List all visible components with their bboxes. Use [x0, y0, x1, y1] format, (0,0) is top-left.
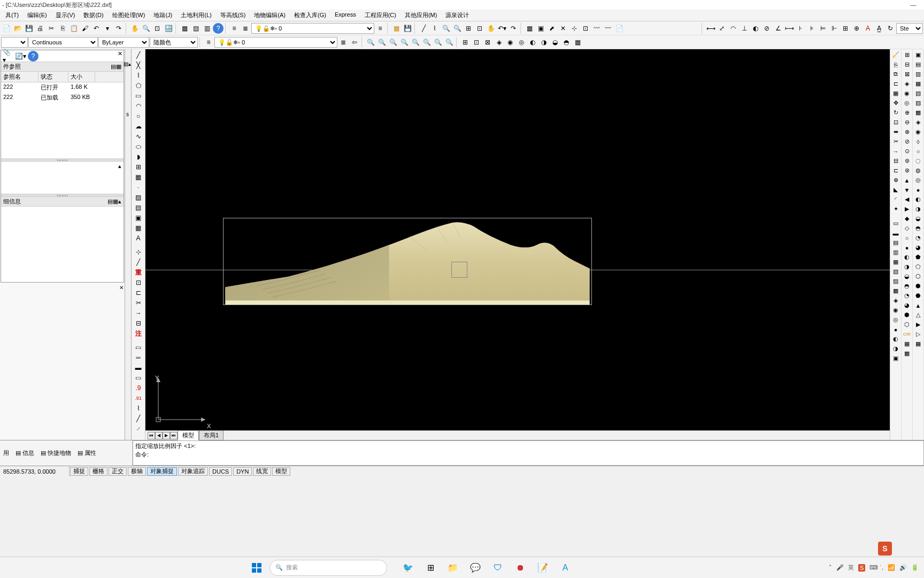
c3-9-icon[interactable]: ◉ [913, 127, 923, 136]
r14-icon[interactable]: ◑ [891, 344, 900, 353]
squares-icon[interactable]: ⊡ [580, 23, 591, 34]
detail-btn1-icon[interactable]: ▤ [107, 198, 113, 204]
dimstyle-combo[interactable]: Ste [896, 23, 923, 34]
menu-data[interactable]: 数据(D) [79, 10, 107, 21]
c2-30-icon[interactable]: CRI [902, 330, 912, 339]
menu-landuse[interactable]: 土地利用(L) [176, 10, 215, 21]
col-name[interactable]: 参照名 [1, 72, 38, 82]
c2-16-icon[interactable]: ◀ [902, 195, 912, 204]
c3-18-icon[interactable]: ◒ [913, 214, 923, 223]
offset-icon[interactable]: ⊏ [891, 79, 900, 88]
cass8-icon[interactable]: ◑ [538, 37, 549, 48]
cass-heavy-icon[interactable]: 重 [133, 268, 144, 277]
tray-lang[interactable]: 英 [848, 564, 854, 572]
rect-tool-icon[interactable]: ▭ [133, 91, 144, 101]
panel-close-2-icon[interactable]: ✕ [119, 285, 124, 291]
zoom-scale-icon[interactable]: 🔍 [399, 37, 410, 48]
redo-icon[interactable]: ↷ [113, 23, 124, 34]
cass-e-icon[interactable]: .9 [133, 383, 144, 393]
c2-17-icon[interactable]: ▶ [902, 204, 912, 214]
dim-ang-icon[interactable]: ∠ [773, 23, 783, 34]
toggle-osnap[interactable]: 对象捕捉 [147, 467, 177, 476]
cass1-icon[interactable]: ⊞ [460, 37, 471, 48]
menu-other[interactable]: 其他应用(M) [401, 10, 442, 21]
r3-icon[interactable]: ▤ [891, 238, 900, 247]
toggle-ducs[interactable]: DUCS [209, 467, 232, 476]
polygon-tool-icon[interactable]: ⬠ [133, 81, 144, 90]
c3-10-icon[interactable]: ◊ [913, 137, 923, 146]
arc-tool-icon[interactable]: ◠ [133, 101, 144, 111]
c3-17-icon[interactable]: ◑ [913, 204, 923, 214]
cass4-icon[interactable]: ◈ [494, 37, 504, 48]
match-icon[interactable]: 🖌 [80, 23, 90, 34]
zoom-win-icon[interactable]: ⊡ [152, 23, 163, 34]
color-combo[interactable] [1, 37, 28, 48]
command-line[interactable]: 指定缩放比例因子 <1>: 命令: [133, 440, 924, 466]
break-icon[interactable]: ⊏ [891, 166, 900, 175]
toggle-dyn[interactable]: DYN [233, 467, 252, 476]
dim-linear-icon[interactable]: ⟷ [705, 23, 716, 34]
c2-19-icon[interactable]: ◇ [902, 224, 912, 233]
zoom-prev-icon[interactable]: 🔙 [163, 23, 174, 34]
r15-icon[interactable]: ▣ [891, 354, 900, 363]
menu-contour[interactable]: 等高线(S) [216, 10, 250, 21]
zoom-obj-icon[interactable]: 🔍 [421, 37, 432, 48]
detail-collapse-icon[interactable]: ▴ [118, 198, 121, 204]
zoom-out2-icon[interactable]: 🔍 [444, 37, 455, 48]
detail-btn2-icon[interactable]: ▦ [113, 198, 118, 204]
tool-palette-icon[interactable]: ▥ [202, 23, 212, 34]
layer-prev-icon[interactable]: ⇦ [349, 37, 360, 48]
c2-18-icon[interactable]: ◆ [902, 214, 912, 223]
cass3-icon[interactable]: ⊠ [482, 37, 493, 48]
dim-quick-icon[interactable]: ⟼ [784, 23, 795, 34]
cass-offset-icon[interactable]: ⊏ [133, 288, 144, 298]
menu-feature-edit[interactable]: 地物编辑(A) [250, 10, 290, 21]
undo2-icon[interactable]: ↶▾ [497, 23, 507, 34]
insert-block-icon[interactable]: ⊞ [133, 162, 144, 172]
doc-icon[interactable]: 📄 [614, 23, 625, 34]
cass-point-icon[interactable]: ⊹ [133, 247, 144, 257]
cass7-icon[interactable]: ◐ [527, 37, 538, 48]
gradient-tool-icon[interactable]: ▤ [133, 203, 144, 212]
pline-tool-icon[interactable]: ⌇ [133, 71, 144, 80]
toggle-grid[interactable]: 栅格 [89, 467, 107, 476]
cass10-icon[interactable]: ◓ [561, 37, 572, 48]
xref-splitter-2[interactable] [1, 194, 124, 197]
ellipse-arc-icon[interactable]: ◗ [133, 152, 144, 162]
make-block-icon[interactable]: ▦ [133, 172, 144, 182]
c3-19-icon[interactable]: ◓ [913, 224, 923, 233]
tray-chevron-icon[interactable]: ˄ [829, 564, 832, 571]
spline-tool-icon[interactable]: ∿ [133, 132, 144, 141]
c3-14-icon[interactable]: ◎ [913, 176, 923, 185]
wave2-icon[interactable]: 〰 [603, 23, 613, 34]
xref-refresh-icon[interactable]: 🔄▾ [15, 51, 26, 62]
region-tool-icon[interactable]: ▣ [133, 213, 144, 223]
r12-icon[interactable]: ● [891, 325, 900, 334]
r2-icon[interactable]: ▬ [891, 229, 900, 238]
rotate-icon[interactable]: ↻ [891, 108, 900, 117]
tab-properties[interactable]: ▤ 属性 [78, 449, 96, 457]
c3-29-icon[interactable]: ▶ [913, 320, 923, 329]
pan2-icon[interactable]: ✋ [486, 23, 496, 34]
c2-7-icon[interactable]: ⊕ [902, 108, 912, 117]
c2-25-icon[interactable]: ◓ [902, 282, 912, 291]
cass-h-icon[interactable]: ⟋ [133, 424, 144, 434]
app-wechat-icon[interactable]: 💬 [465, 558, 486, 578]
dim-update-icon[interactable]: ↻ [885, 23, 896, 34]
c3-1-icon[interactable]: ▣ [913, 50, 923, 59]
r10-icon[interactable]: ◉ [891, 306, 900, 315]
frame-tool-icon[interactable]: ▣ [535, 23, 546, 34]
break-pt-icon[interactable]: ⊟ [891, 156, 900, 165]
c2-27-icon[interactable]: ◕ [902, 301, 912, 310]
fillet-icon[interactable]: ◜ [891, 195, 900, 204]
cass-a-icon[interactable]: ▭ [133, 343, 144, 352]
undo-drop-icon[interactable]: ▾ [102, 23, 113, 34]
xref-icon[interactable]: ▦ [391, 23, 402, 34]
c2-8-icon[interactable]: ⊖ [902, 118, 912, 127]
c2-11-icon[interactable]: ⊙ [902, 147, 912, 156]
points-icon[interactable]: ⊹ [569, 23, 580, 34]
save-icon[interactable]: 💾 [24, 23, 34, 34]
app-taskview-icon[interactable]: ⊞ [420, 558, 441, 578]
point-tool-icon[interactable]: · [133, 182, 144, 192]
xref-close-icon[interactable]: ✕ [118, 50, 122, 57]
